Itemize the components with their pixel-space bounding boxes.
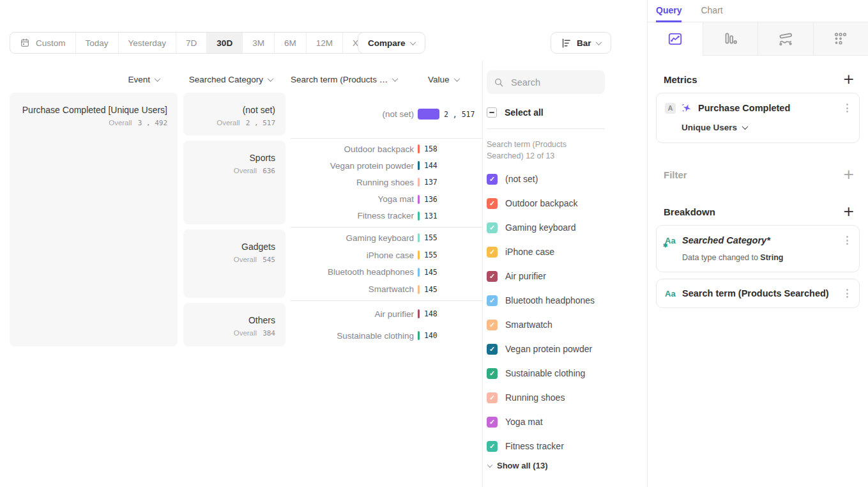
tab-retention[interactable]: [813, 22, 868, 56]
series-checkbox[interactable]: [487, 271, 498, 282]
select-all-row[interactable]: Select all: [487, 107, 605, 118]
date-range-3m[interactable]: 3M: [243, 33, 275, 53]
value-bar[interactable]: [418, 233, 420, 242]
series-checkbox[interactable]: [487, 368, 498, 379]
series-checkbox[interactable]: [487, 222, 498, 233]
breakdown-card-search-term[interactable]: Aa Search term (Products Searched): [656, 279, 860, 308]
term-row[interactable]: Outdoor backpack158: [291, 141, 479, 157]
chart-type-label: Bar: [577, 38, 591, 48]
legend-item[interactable]: Smartwatch: [487, 313, 605, 337]
term-row[interactable]: Sustainable clothing140: [291, 327, 479, 344]
event-cell[interactable]: Purchase Completed [Unique Users] Overal…: [10, 93, 178, 346]
tab-flows[interactable]: [758, 22, 813, 56]
value-bar[interactable]: [418, 309, 420, 318]
tab-query[interactable]: Query: [656, 0, 681, 22]
legend-item[interactable]: Sustainable clothing: [487, 361, 605, 385]
search-input[interactable]: [510, 77, 598, 88]
breakdown-card-searched-category[interactable]: Aa✱ Searched Category* Data type changed…: [656, 225, 860, 272]
series-checkbox[interactable]: [487, 417, 498, 428]
series-checkbox[interactable]: [487, 174, 498, 185]
date-range-6m[interactable]: 6M: [275, 33, 307, 53]
series-checkbox[interactable]: [487, 320, 498, 330]
tab-funnels[interactable]: [703, 22, 758, 56]
series-label: Yoga mat: [505, 417, 543, 427]
legend-item[interactable]: (not set): [487, 167, 605, 191]
legend-item[interactable]: Air purifier: [487, 264, 605, 288]
legend-item[interactable]: Vegan protein powder: [487, 337, 605, 361]
term-row[interactable]: Running shoes137: [291, 174, 479, 190]
tab-insights[interactable]: [648, 22, 703, 56]
column-header-label: Search term (Products …: [291, 75, 388, 84]
legend-item[interactable]: Fitness tracker: [487, 434, 605, 458]
value-bar[interactable]: [418, 212, 420, 220]
term-row[interactable]: Vegan protein powder144: [291, 157, 479, 174]
term-row[interactable]: Gaming keyboard155: [291, 229, 479, 246]
legend-item[interactable]: Gaming keyboard: [487, 215, 605, 240]
legend-item[interactable]: Running shoes: [487, 385, 605, 410]
add-breakdown-button[interactable]: +: [843, 206, 855, 217]
series-checkbox[interactable]: [487, 247, 498, 258]
column-header-value[interactable]: Value: [428, 75, 459, 84]
legend-item[interactable]: Outdoor backpack: [487, 191, 605, 215]
value-bar[interactable]: [418, 195, 420, 204]
column-header-label: Event: [128, 75, 150, 84]
metric-card[interactable]: A Purchase Completed Unique Users: [656, 93, 860, 143]
category-cell[interactable]: (not set)Overall2 , 517: [183, 93, 286, 135]
term-value: 155: [424, 233, 438, 242]
date-range-12m[interactable]: 12M: [307, 33, 343, 53]
series-checkbox[interactable]: [487, 344, 498, 355]
breakdown-options-kebab-icon[interactable]: [844, 234, 850, 247]
value-bar[interactable]: [418, 161, 420, 170]
date-range-7d[interactable]: 7D: [176, 33, 207, 53]
term-row[interactable]: Fitness tracker131: [291, 208, 479, 224]
category-cell[interactable]: OthersOverall384: [183, 303, 286, 346]
date-range-yesterday[interactable]: Yesterday: [119, 33, 177, 53]
show-all-button[interactable]: Show all (13): [487, 461, 605, 470]
term-row[interactable]: Yoga mat136: [291, 191, 479, 208]
date-range-30d[interactable]: 30D: [207, 33, 243, 53]
legend-item[interactable]: iPhone case: [487, 240, 605, 264]
metric-options-kebab-icon[interactable]: [844, 102, 850, 114]
term-row[interactable]: iPhone case155: [291, 247, 479, 263]
event-spark-icon: [681, 103, 692, 113]
value-bar[interactable]: [418, 178, 420, 187]
series-checkbox[interactable]: [487, 295, 498, 306]
value-bar[interactable]: [418, 251, 420, 259]
filter-heading: Filter: [664, 169, 687, 180]
series-checkbox[interactable]: [487, 198, 498, 209]
tab-chart[interactable]: Chart: [701, 0, 722, 22]
chart-type-button[interactable]: Bar: [551, 32, 611, 54]
value-bar[interactable]: [418, 331, 420, 340]
query-panel: Query Chart: [647, 0, 868, 487]
series-label: Gaming keyboard: [505, 222, 576, 233]
series-label: Air purifier: [505, 271, 546, 281]
term-row[interactable]: Smartwatch145: [291, 281, 479, 298]
date-range-today[interactable]: Today: [76, 33, 119, 53]
value-bar[interactable]: [418, 109, 439, 120]
search-box[interactable]: [487, 70, 605, 94]
column-header-search-term[interactable]: Search term (Products …: [291, 75, 397, 84]
series-checkbox[interactable]: [487, 392, 498, 403]
select-all-checkbox[interactable]: [487, 107, 497, 118]
term-row[interactable]: Air purifier148: [291, 305, 479, 322]
legend-item[interactable]: Bluetooth headphones: [487, 288, 605, 313]
date-range-custom[interactable]: Custom: [10, 33, 76, 53]
term-value: 144: [424, 161, 438, 170]
value-bar[interactable]: [418, 268, 420, 277]
compare-button[interactable]: Compare: [358, 32, 425, 54]
term-row[interactable]: (not set)2 , 517: [291, 106, 479, 123]
aggregation-selector[interactable]: Unique Users: [681, 123, 747, 132]
category-cell[interactable]: GadgetsOverall545: [183, 229, 286, 298]
column-header-searched-category[interactable]: Searched Category: [183, 75, 273, 84]
column-header-event[interactable]: Event: [10, 75, 160, 84]
category-overall: Overall384: [191, 328, 275, 339]
value-bar[interactable]: [418, 144, 420, 153]
term-row[interactable]: Bluetooth headphones145: [291, 264, 479, 281]
value-bar[interactable]: [418, 285, 420, 294]
category-cell[interactable]: SportsOverall636: [183, 141, 286, 224]
breakdown-options-kebab-icon[interactable]: [844, 287, 850, 300]
series-checkbox[interactable]: [487, 441, 498, 452]
add-metric-button[interactable]: +: [843, 73, 855, 85]
legend-item[interactable]: Yoga mat: [487, 410, 605, 434]
add-filter-button[interactable]: +: [843, 169, 855, 180]
